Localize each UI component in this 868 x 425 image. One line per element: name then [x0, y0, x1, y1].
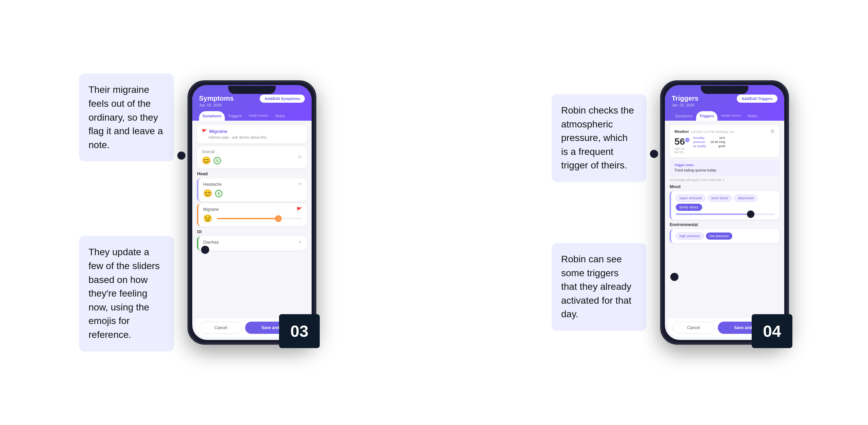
overall-label: Overall	[202, 149, 221, 154]
head-section-label: Head	[197, 171, 307, 176]
phone-notch-2	[701, 86, 748, 94]
annotation-dot-weather	[650, 150, 658, 158]
migraine-flag-note: Intense pain - ask doctor about this	[209, 135, 302, 139]
mood-label: Mood	[670, 184, 780, 189]
diarrhea-header: Diarrhea ⚑	[203, 240, 302, 245]
weather-body: 56 high 60 low 35	[674, 136, 775, 154]
headache-flag-icon[interactable]: ⚑	[298, 182, 302, 187]
slide-number-2: 04	[752, 314, 792, 348]
tab-health-factors[interactable]: Health Factors	[245, 111, 272, 121]
center-divider	[434, 60, 434, 365]
phone-1-date: Jan. 02, 2020	[199, 103, 234, 107]
overall-card: Overall 😊 0 ⚑	[197, 146, 307, 168]
mood-tags: super stressed work stress depressed fam…	[676, 195, 775, 211]
left-text-2: They update a few of the sliders based o…	[88, 247, 160, 340]
phone-1-content: 🚩 Migraine Intense pain - ask doctor abo…	[192, 121, 312, 338]
phone-screen-1: Symptoms Jan. 02, 2020 Add/Edit Symptoms…	[192, 85, 312, 340]
tab-notes-2[interactable]: Notes	[744, 111, 761, 121]
right-text-box-1: Robin checks the atmospheric pressure, w…	[552, 94, 647, 182]
left-section: Their migraine feels out of the ordinary…	[79, 74, 316, 351]
flag-icon: 🚩	[202, 129, 207, 134]
humidity-row: humidity 32%	[693, 136, 725, 140]
migraine-slider-thumb[interactable]: 7	[275, 215, 282, 222]
annotation-dot-mood	[670, 273, 678, 281]
cancel-button-2[interactable]: Cancel	[672, 322, 714, 334]
phone-1-tabs: Symptoms Triggers Health Factors Notes	[199, 111, 305, 121]
overall-left: Overall 😊 0	[202, 149, 221, 165]
pressure-value: 29.95 inHg	[710, 140, 725, 144]
tab-triggers-2[interactable]: Triggers	[696, 111, 717, 121]
right-text-2: Robin can see some triggers that they al…	[561, 254, 631, 319]
phone-2-title: Triggers	[672, 95, 698, 102]
migraine-flag-title: Migraine	[209, 129, 227, 134]
weather-subtitle: 1/2/2020 1:00 PM Wellesley, MA	[691, 130, 735, 134]
weather-title-group: Weather 1/2/2020 1:00 PM Wellesley, MA	[674, 128, 734, 134]
temp-display: 56	[674, 136, 690, 147]
diarrhea-flag-icon[interactable]: ⚑	[298, 240, 302, 245]
mood-card: super stressed work stress depressed fam…	[670, 191, 780, 220]
headache-smiley: 😊	[203, 189, 212, 198]
migraine-flag-header: 🚩 Migraine	[202, 129, 302, 134]
env-tag-high-pressure[interactable]: high pressure	[676, 232, 704, 240]
humidity-value: 32%	[719, 136, 725, 140]
add-edit-triggers-button[interactable]: Add/Edit Triggers	[737, 95, 777, 103]
weather-title: Weather	[674, 129, 689, 134]
mood-slider-fill	[676, 214, 750, 215]
mood-tag-super-stressed[interactable]: super stressed	[676, 195, 706, 202]
phone-notch-1	[228, 86, 276, 94]
temp-value: 56	[674, 136, 685, 147]
temp-dot	[685, 138, 690, 142]
env-section-label: Environmental	[670, 222, 780, 227]
tab-symptoms-2[interactable]: Symptoms	[672, 111, 696, 121]
left-text-1: Their migraine feels out of the ordinary…	[88, 84, 163, 150]
tab-notes[interactable]: Notes	[272, 111, 289, 121]
headache-smiley-row: 😊 0	[203, 189, 302, 198]
gear-icon[interactable]: ⚙	[770, 128, 775, 134]
migraine-slider-row: Migraine 🚩 😟 7	[197, 203, 307, 226]
trigger-notes-label: Trigger notes	[674, 163, 775, 167]
mood-tag-work-stress[interactable]: work stress	[708, 195, 732, 202]
migraine-flag-card: 🚩 Migraine Intense pain - ask doctor abo…	[197, 125, 307, 143]
trigger-notes-text: Tried eating quinoa today	[674, 168, 775, 172]
migraine-flag-icon[interactable]: 🚩	[296, 207, 302, 212]
overall-flag-icon[interactable]: ⚑	[297, 154, 302, 161]
phone-frame-1: Symptoms Jan. 02, 2020 Add/Edit Symptoms…	[188, 80, 316, 345]
annotation-dot-top-1	[177, 151, 185, 160]
tab-health-factors-2[interactable]: Health Factors	[717, 111, 744, 121]
all-changes-note: All changes will apply to the entire day…	[670, 178, 780, 182]
phone-screen-2: Triggers Jan. 02, 2020 Add/Edit Triggers…	[665, 85, 784, 340]
left-text-box-1: Their migraine feels out of the ordinary…	[79, 74, 174, 161]
all-changes-text: All changes will apply to the entire day	[670, 178, 722, 182]
overall-score: 0	[214, 157, 221, 164]
mood-slider-thumb[interactable]	[747, 210, 754, 218]
slide-number-1: 03	[279, 314, 320, 348]
headache-score: 0	[215, 190, 222, 197]
weather-card: Weather 1/2/2020 1:00 PM Wellesley, MA ⚙…	[670, 125, 780, 157]
phone-1-title-group: Symptoms Jan. 02, 2020	[199, 95, 234, 107]
pressure-label: pressure	[693, 140, 705, 144]
mood-tag-depressed[interactable]: depressed	[734, 195, 757, 202]
mood-tag-family-stress[interactable]: family stress	[676, 204, 702, 211]
low-value: 35	[680, 150, 683, 154]
migraine-slider-header: Migraine 🚩	[203, 207, 302, 212]
air-quality-row: air quality good	[693, 144, 725, 148]
high-value: 60	[681, 147, 685, 150]
phone-2-title-group: Triggers Jan. 02, 2020	[672, 95, 698, 107]
headache-label: Headache	[203, 182, 222, 187]
cancel-button-1[interactable]: Cancel	[200, 322, 242, 334]
trigger-notes-card: Trigger notes Tried eating quinoa today	[670, 160, 780, 176]
migraine-slider-track[interactable]: 7	[217, 218, 302, 219]
pressure-row: pressure 29.95 inHg	[693, 140, 725, 144]
migraine-slider-fill	[217, 218, 277, 219]
tab-symptoms[interactable]: Symptoms	[199, 111, 225, 121]
air-quality-value: good	[718, 144, 725, 148]
env-tag-low-pressure[interactable]: low pressure	[706, 232, 733, 240]
air-quality-label: air quality	[693, 144, 706, 148]
mood-slider-track[interactable]	[676, 214, 775, 215]
phone-2: Triggers Jan. 02, 2020 Add/Edit Triggers…	[660, 80, 789, 345]
tab-triggers[interactable]: Triggers	[225, 111, 245, 121]
migraine-slider-label: Migraine	[203, 207, 219, 212]
add-edit-symptoms-button[interactable]: Add/Edit Symptoms	[260, 95, 305, 103]
weather-temp: 56 high 60 low 35	[674, 136, 690, 154]
env-card: high pressure low pressure	[670, 229, 780, 243]
